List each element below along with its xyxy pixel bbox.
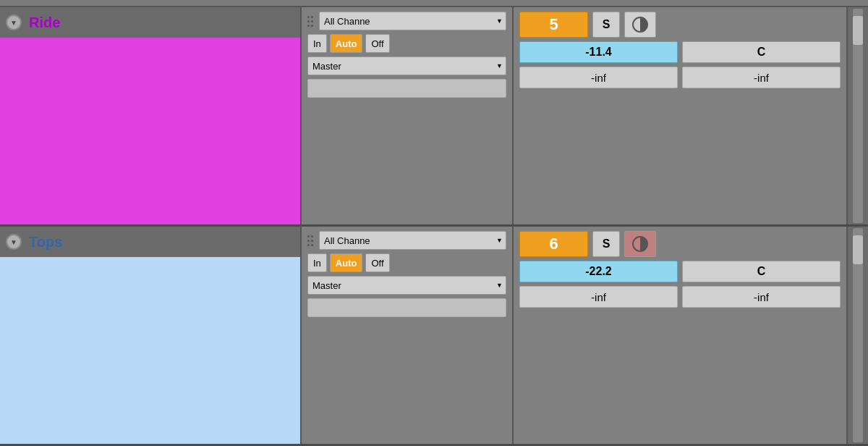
track-name-tops: Tops xyxy=(29,234,62,251)
track-controls-tops: All Channe In Auto Off Master xyxy=(300,227,514,444)
channel-row-ride: All Channe xyxy=(307,12,506,30)
top-strip xyxy=(0,0,868,7)
channel-dropdown-value-tops: All Channe xyxy=(324,235,370,246)
mode-off-tops[interactable]: Off xyxy=(365,253,389,272)
meter-number-row-ride: 5 S xyxy=(519,12,841,38)
track-number-ride[interactable]: 5 xyxy=(519,12,588,38)
solo-btn-ride[interactable]: S xyxy=(592,12,620,38)
channel-dropdown-ride[interactable]: All Channe xyxy=(319,12,506,30)
master-dropdown-value-tops: Master xyxy=(312,280,341,291)
empty-bar-tops xyxy=(307,298,506,317)
meter-number-row-tops: 6 S xyxy=(519,231,841,257)
inf-row-tops: -inf -inf xyxy=(519,286,841,308)
track-header-tops: Tops xyxy=(0,227,300,257)
inf-right-ride[interactable]: -inf xyxy=(682,67,841,88)
master-dropdown-ride[interactable]: Master xyxy=(307,56,506,75)
channel-dropdown-tops[interactable]: All Channe xyxy=(319,231,506,250)
channel-row-tops: All Channe xyxy=(307,231,506,250)
master-row-tops: Master xyxy=(307,276,506,295)
inf-left-tops[interactable]: -inf xyxy=(519,286,678,308)
master-dropdown-value-ride: Master xyxy=(312,61,341,72)
mode-auto-ride[interactable]: Auto xyxy=(330,34,363,53)
scroll-thumb-tops[interactable] xyxy=(853,235,863,264)
monitor-btn-tops[interactable] xyxy=(624,231,656,257)
channel-dropdown-value-ride: All Channe xyxy=(324,16,370,27)
track-row-ride: Ride All Channe In Auto Off xyxy=(0,7,868,227)
scroll-track-ride[interactable] xyxy=(853,9,863,223)
master-row-ride: Master xyxy=(307,56,506,75)
mode-in-tops[interactable]: In xyxy=(307,253,327,272)
pitch-display-ride[interactable]: -11.4 xyxy=(519,41,678,63)
track-collapse-tops[interactable] xyxy=(6,234,22,250)
mode-row-tops: In Auto Off xyxy=(307,253,506,272)
scrollbar-tops xyxy=(846,227,868,444)
scroll-track-tops[interactable] xyxy=(853,228,863,442)
track-number-tops[interactable]: 6 xyxy=(519,231,588,257)
track-color-tops[interactable] xyxy=(0,257,300,444)
scrollbar-ride xyxy=(846,7,868,224)
master-dropdown-tops[interactable]: Master xyxy=(307,276,506,295)
monitor-icon-ride xyxy=(632,17,648,33)
inf-row-ride: -inf -inf xyxy=(519,67,841,88)
track-color-ride[interactable] xyxy=(0,38,300,224)
pitch-row-tops: -22.2 C xyxy=(519,261,841,282)
track-meters-tops: 6 S -22.2 C -inf -inf xyxy=(514,227,846,444)
track-label-ride: Ride xyxy=(0,7,300,224)
track-meters-ride: 5 S -11.4 C -inf -inf xyxy=(514,7,846,224)
solo-btn-tops[interactable]: S xyxy=(592,231,620,257)
mode-in-ride[interactable]: In xyxy=(307,34,327,53)
center-btn-tops[interactable]: C xyxy=(682,261,841,282)
track-name-ride: Ride xyxy=(29,14,60,31)
mode-off-ride[interactable]: Off xyxy=(365,34,389,53)
main-container: Ride All Channe In Auto Off xyxy=(0,0,868,446)
track-row-tops: Tops All Channe In Auto Off xyxy=(0,227,868,446)
monitor-icon-tops xyxy=(632,236,648,252)
center-btn-ride[interactable]: C xyxy=(682,41,841,63)
drag-handle-ride xyxy=(307,16,313,27)
mode-row-ride: In Auto Off xyxy=(307,34,506,53)
scroll-thumb-ride[interactable] xyxy=(853,16,863,45)
inf-right-tops[interactable]: -inf xyxy=(682,286,841,308)
track-controls-ride: All Channe In Auto Off Master xyxy=(300,7,514,224)
pitch-row-ride: -11.4 C xyxy=(519,41,841,63)
mode-auto-tops[interactable]: Auto xyxy=(330,253,363,272)
inf-left-ride[interactable]: -inf xyxy=(519,67,678,88)
track-header-ride: Ride xyxy=(0,7,300,38)
track-collapse-ride[interactable] xyxy=(6,14,22,30)
drag-handle-tops xyxy=(307,235,313,246)
pitch-display-tops[interactable]: -22.2 xyxy=(519,261,678,282)
empty-bar-ride xyxy=(307,79,506,98)
track-label-tops: Tops xyxy=(0,227,300,444)
monitor-btn-ride[interactable] xyxy=(624,12,656,38)
